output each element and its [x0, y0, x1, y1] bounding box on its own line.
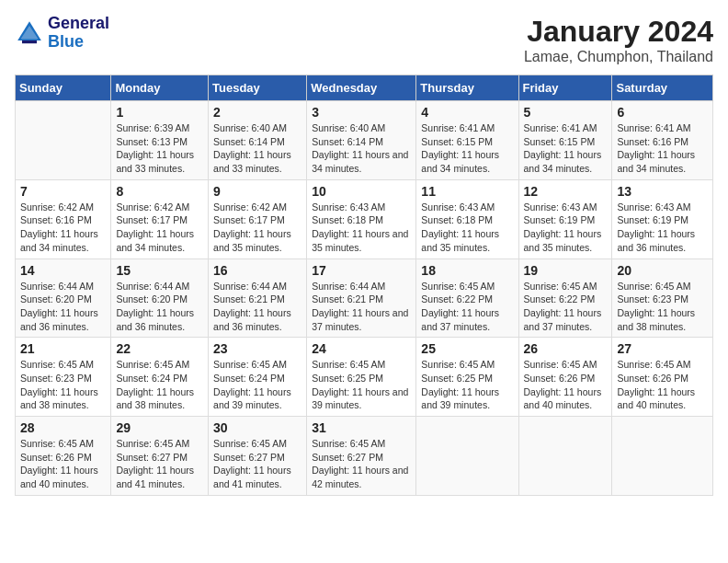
- cell-info: Sunrise: 6:45 AMSunset: 6:26 PMDaylight:…: [524, 358, 608, 412]
- day-number: 10: [312, 184, 411, 199]
- calendar-cell: 1 Sunrise: 6:39 AMSunset: 6:13 PMDayligh…: [111, 101, 209, 180]
- calendar-cell: 10 Sunrise: 6:43 AMSunset: 6:18 PMDaylig…: [307, 179, 416, 259]
- cell-info: Sunrise: 6:44 AMSunset: 6:21 PMDaylight:…: [213, 280, 301, 334]
- title-block: January 2024 Lamae, Chumphon, Thailand: [524, 15, 713, 65]
- day-number: 1: [116, 105, 203, 120]
- calendar-week-row: 21 Sunrise: 6:45 AMSunset: 6:23 PMDaylig…: [16, 338, 713, 417]
- day-number: 9: [213, 184, 301, 199]
- day-number: 15: [116, 263, 203, 278]
- logo-line1: General: [48, 15, 109, 33]
- calendar-cell: 16 Sunrise: 6:44 AMSunset: 6:21 PMDaylig…: [209, 259, 307, 338]
- weekday-header-cell: Wednesday: [307, 75, 416, 101]
- weekday-header-cell: Tuesday: [209, 75, 307, 101]
- logo: General Blue: [15, 15, 109, 52]
- weekday-header-cell: Saturday: [612, 75, 713, 101]
- day-number: 23: [213, 341, 301, 356]
- calendar-table: SundayMondayTuesdayWednesdayThursdayFrid…: [15, 75, 713, 496]
- calendar-cell: 29 Sunrise: 6:45 AMSunset: 6:27 PMDaylig…: [111, 417, 209, 496]
- calendar-cell: 17 Sunrise: 6:44 AMSunset: 6:21 PMDaylig…: [307, 259, 416, 338]
- day-number: 4: [421, 105, 513, 120]
- cell-info: Sunrise: 6:43 AMSunset: 6:19 PMDaylight:…: [524, 201, 608, 255]
- day-number: 17: [312, 263, 411, 278]
- cell-info: Sunrise: 6:45 AMSunset: 6:23 PMDaylight:…: [20, 358, 106, 412]
- calendar-cell: 14 Sunrise: 6:44 AMSunset: 6:20 PMDaylig…: [16, 259, 111, 338]
- cell-info: Sunrise: 6:45 AMSunset: 6:25 PMDaylight:…: [421, 358, 513, 412]
- calendar-cell: 9 Sunrise: 6:42 AMSunset: 6:17 PMDayligh…: [209, 179, 307, 259]
- day-number: 22: [116, 341, 203, 356]
- cell-info: Sunrise: 6:45 AMSunset: 6:27 PMDaylight:…: [213, 437, 301, 491]
- calendar-cell: 18 Sunrise: 6:45 AMSunset: 6:22 PMDaylig…: [416, 259, 518, 338]
- subtitle: Lamae, Chumphon, Thailand: [524, 49, 713, 65]
- calendar-week-row: 28 Sunrise: 6:45 AMSunset: 6:26 PMDaylig…: [16, 417, 713, 496]
- cell-info: Sunrise: 6:41 AMSunset: 6:16 PMDaylight:…: [617, 121, 708, 176]
- day-number: 28: [20, 420, 106, 435]
- cell-info: Sunrise: 6:45 AMSunset: 6:25 PMDaylight:…: [312, 358, 411, 412]
- cell-info: Sunrise: 6:42 AMSunset: 6:17 PMDaylight:…: [213, 201, 301, 255]
- day-number: 24: [312, 341, 411, 356]
- weekday-header-cell: Friday: [518, 75, 612, 101]
- logo-icon: [15, 18, 44, 48]
- cell-info: Sunrise: 6:45 AMSunset: 6:27 PMDaylight:…: [312, 437, 411, 491]
- logo-line2: Blue: [48, 32, 84, 51]
- calendar-body: 1 Sunrise: 6:39 AMSunset: 6:13 PMDayligh…: [16, 101, 713, 496]
- day-number: 13: [617, 184, 708, 199]
- cell-info: Sunrise: 6:43 AMSunset: 6:18 PMDaylight:…: [312, 201, 411, 255]
- weekday-header-cell: Sunday: [16, 75, 111, 101]
- calendar-cell: [416, 417, 518, 496]
- day-number: 19: [524, 263, 608, 278]
- calendar-cell: 7 Sunrise: 6:42 AMSunset: 6:16 PMDayligh…: [16, 179, 111, 259]
- calendar-cell: 5 Sunrise: 6:41 AMSunset: 6:15 PMDayligh…: [518, 101, 612, 180]
- day-number: 7: [20, 184, 106, 199]
- day-number: 20: [617, 263, 708, 278]
- main-title: January 2024: [524, 15, 713, 49]
- cell-info: Sunrise: 6:44 AMSunset: 6:21 PMDaylight:…: [312, 280, 411, 334]
- day-number: 5: [524, 105, 608, 120]
- cell-info: Sunrise: 6:43 AMSunset: 6:18 PMDaylight:…: [421, 201, 513, 255]
- day-number: 16: [213, 263, 301, 278]
- calendar-cell: 8 Sunrise: 6:42 AMSunset: 6:17 PMDayligh…: [111, 179, 209, 259]
- weekday-header-cell: Monday: [111, 75, 209, 101]
- day-number: 2: [213, 105, 301, 120]
- cell-info: Sunrise: 6:45 AMSunset: 6:27 PMDaylight:…: [116, 437, 203, 491]
- cell-info: Sunrise: 6:39 AMSunset: 6:13 PMDaylight:…: [116, 121, 203, 176]
- cell-info: Sunrise: 6:45 AMSunset: 6:26 PMDaylight:…: [20, 437, 106, 491]
- calendar-cell: 6 Sunrise: 6:41 AMSunset: 6:16 PMDayligh…: [612, 101, 713, 180]
- cell-info: Sunrise: 6:45 AMSunset: 6:24 PMDaylight:…: [213, 358, 301, 412]
- cell-info: Sunrise: 6:41 AMSunset: 6:15 PMDaylight:…: [524, 121, 608, 176]
- cell-info: Sunrise: 6:45 AMSunset: 6:24 PMDaylight:…: [116, 358, 203, 412]
- calendar-cell: [518, 417, 612, 496]
- calendar-cell: 12 Sunrise: 6:43 AMSunset: 6:19 PMDaylig…: [518, 179, 612, 259]
- day-number: 29: [116, 420, 203, 435]
- calendar-cell: 26 Sunrise: 6:45 AMSunset: 6:26 PMDaylig…: [518, 338, 612, 417]
- day-number: 21: [20, 341, 106, 356]
- svg-rect-2: [22, 40, 37, 43]
- day-number: 6: [617, 105, 708, 120]
- calendar-cell: 2 Sunrise: 6:40 AMSunset: 6:14 PMDayligh…: [209, 101, 307, 180]
- day-number: 30: [213, 420, 301, 435]
- cell-info: Sunrise: 6:45 AMSunset: 6:23 PMDaylight:…: [617, 280, 708, 334]
- cell-info: Sunrise: 6:44 AMSunset: 6:20 PMDaylight:…: [116, 280, 203, 334]
- cell-info: Sunrise: 6:45 AMSunset: 6:26 PMDaylight:…: [617, 358, 708, 412]
- calendar-cell: 4 Sunrise: 6:41 AMSunset: 6:15 PMDayligh…: [416, 101, 518, 180]
- cell-info: Sunrise: 6:43 AMSunset: 6:19 PMDaylight:…: [617, 201, 708, 255]
- calendar-cell: 15 Sunrise: 6:44 AMSunset: 6:20 PMDaylig…: [111, 259, 209, 338]
- day-number: 3: [312, 105, 411, 120]
- calendar-week-row: 14 Sunrise: 6:44 AMSunset: 6:20 PMDaylig…: [16, 259, 713, 338]
- calendar-cell: 21 Sunrise: 6:45 AMSunset: 6:23 PMDaylig…: [16, 338, 111, 417]
- day-number: 31: [312, 420, 411, 435]
- calendar-cell: 11 Sunrise: 6:43 AMSunset: 6:18 PMDaylig…: [416, 179, 518, 259]
- calendar-cell: 19 Sunrise: 6:45 AMSunset: 6:22 PMDaylig…: [518, 259, 612, 338]
- cell-info: Sunrise: 6:45 AMSunset: 6:22 PMDaylight:…: [524, 280, 608, 334]
- weekday-header-row: SundayMondayTuesdayWednesdayThursdayFrid…: [16, 75, 713, 101]
- calendar-cell: [612, 417, 713, 496]
- calendar-cell: 31 Sunrise: 6:45 AMSunset: 6:27 PMDaylig…: [307, 417, 416, 496]
- calendar-cell: 22 Sunrise: 6:45 AMSunset: 6:24 PMDaylig…: [111, 338, 209, 417]
- day-number: 12: [524, 184, 608, 199]
- page-header: General Blue January 2024 Lamae, Chumpho…: [15, 15, 713, 65]
- calendar-cell: 30 Sunrise: 6:45 AMSunset: 6:27 PMDaylig…: [209, 417, 307, 496]
- day-number: 25: [421, 341, 513, 356]
- day-number: 18: [421, 263, 513, 278]
- day-number: 8: [116, 184, 203, 199]
- calendar-week-row: 1 Sunrise: 6:39 AMSunset: 6:13 PMDayligh…: [16, 101, 713, 180]
- calendar-cell: 3 Sunrise: 6:40 AMSunset: 6:14 PMDayligh…: [307, 101, 416, 180]
